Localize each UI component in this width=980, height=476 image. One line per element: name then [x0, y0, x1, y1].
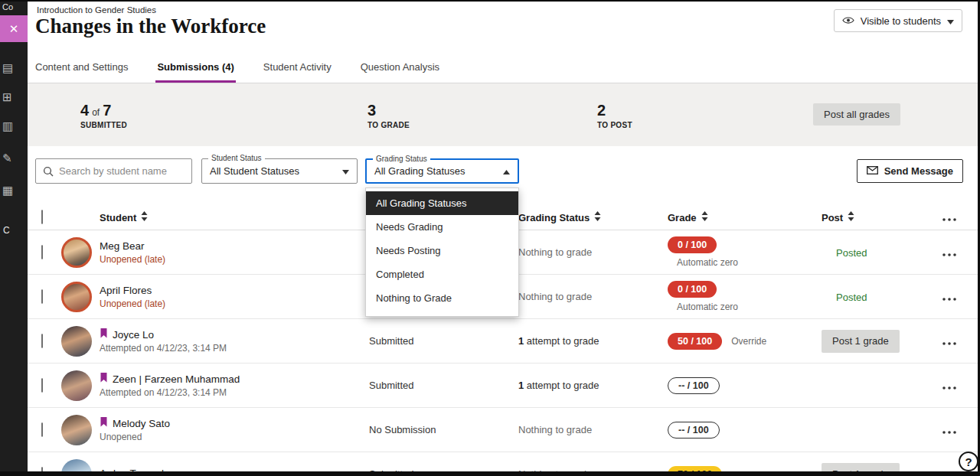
column-header-grading-status[interactable]: Grading Status	[518, 211, 668, 223]
chevron-down-icon	[947, 15, 954, 27]
student-status-label: Student Status	[208, 154, 265, 162]
menu-option-completed[interactable]: Completed	[366, 262, 518, 286]
row-overflow-menu[interactable]	[942, 290, 978, 304]
submitted-label: SUBMITTED	[80, 121, 127, 129]
row-overflow-menu[interactable]	[942, 423, 978, 437]
filter-bar: Student Status All Student Statuses Grad…	[28, 158, 978, 184]
stat-submitted: 4 of 7 SUBMITTED	[80, 102, 127, 129]
select-all-checkbox[interactable]	[41, 210, 43, 224]
student-name[interactable]: April Flores	[100, 285, 152, 296]
sort-icon	[697, 211, 708, 223]
send-message-button[interactable]: Send Message	[857, 159, 963, 183]
avatar[interactable]	[61, 237, 92, 268]
avatar[interactable]	[61, 326, 92, 357]
clipboard-icon[interactable]: ▤	[2, 61, 13, 75]
grade-pill[interactable]: 0 / 100	[668, 236, 717, 253]
close-icon: ✕	[9, 22, 19, 36]
row-checkbox[interactable]	[41, 245, 43, 259]
submission-sublabel: Attempted on 4/12/23, 3:14 PM	[100, 387, 369, 398]
grade-cell: 0 / 100 Automatic zero	[668, 236, 822, 268]
student-status-select[interactable]: Student Status All Student Statuses	[201, 158, 358, 184]
table-row: Arden Tuomala Submitted Nothing to grade…	[28, 452, 978, 471]
submission-sublabel: Unopened (late)	[100, 298, 369, 309]
menu-option-needs-grading[interactable]: Needs Grading	[366, 215, 518, 239]
chevron-up-icon	[503, 165, 510, 177]
student-status-value: All Student Statuses	[210, 165, 299, 177]
column-header-student[interactable]: Student	[100, 211, 369, 223]
tab-question-analysis[interactable]: Question Analysis	[359, 61, 441, 83]
post-all-grades-button[interactable]: Post all grades	[813, 103, 900, 126]
column-header-post[interactable]: Post	[822, 211, 938, 223]
grading-status-text: Nothing to grade	[518, 291, 668, 302]
calculator-icon[interactable]: ⊞	[2, 90, 12, 104]
avatar[interactable]	[61, 370, 92, 401]
student-name[interactable]: Zeen | Farzeen Muhammad	[113, 373, 240, 385]
grade-pill[interactable]: -- / 100	[668, 377, 720, 394]
flag-icon	[100, 373, 108, 385]
column-header-grade[interactable]: Grade	[668, 211, 822, 223]
grade-pill[interactable]: 70 / 100	[668, 466, 722, 472]
left-rail: Co ✕ ▤ ⊞ ▥ ✎ ▦ C	[0, 2, 28, 471]
sort-icon	[590, 211, 601, 223]
pencil-icon[interactable]: ✎	[2, 152, 12, 165]
row-checkbox[interactable]	[41, 467, 43, 472]
tab-submissions[interactable]: Submissions (4)	[155, 61, 235, 83]
table-overflow-menu[interactable]	[942, 210, 978, 224]
submitted-total: 7	[103, 102, 111, 119]
breadcrumb[interactable]: Introduction to Gender Studies	[37, 5, 156, 15]
row-checkbox[interactable]	[41, 289, 43, 304]
grade-note: Automatic zero	[677, 257, 738, 268]
post-grade-button[interactable]: Post 1 grade	[822, 330, 900, 353]
row-checkbox[interactable]	[41, 422, 43, 437]
row-overflow-menu[interactable]	[942, 379, 978, 393]
tab-content-settings[interactable]: Content and Settings	[34, 61, 129, 83]
avatar[interactable]	[61, 282, 92, 312]
grade-note: Automatic zero	[677, 302, 738, 312]
visibility-dropdown[interactable]: Visible to students	[834, 9, 962, 32]
student-name[interactable]: Arden Tuomala	[100, 468, 170, 472]
menu-option-all-grading-statuses[interactable]: All Grading Statuses	[366, 191, 518, 215]
table-row: Joyce Lo Attempted on 4/12/23, 3:14 PM S…	[28, 319, 978, 364]
stat-to-post: 2 TO POST	[597, 102, 632, 129]
grade-cell: 0 / 100 Automatic zero	[668, 281, 822, 312]
grade-note: Override	[731, 336, 766, 347]
page-header: Introduction to Gender Studies Changes i…	[28, 2, 978, 52]
menu-option-needs-posting[interactable]: Needs Posting	[366, 239, 518, 262]
table-row: Zeen | Farzeen Muhammad Attempted on 4/1…	[28, 364, 978, 408]
send-message-label: Send Message	[884, 165, 953, 177]
submission-sublabel: Unopened	[100, 432, 369, 442]
table-row: Melody Sato Unopened No Submission Nothi…	[28, 408, 978, 452]
avatar[interactable]	[61, 415, 92, 445]
submission-sublabel: Unopened (late)	[100, 254, 369, 265]
row-overflow-menu[interactable]	[942, 246, 978, 259]
grading-status-text: Nothing to grade	[518, 468, 668, 471]
to-post-count: 2	[597, 102, 606, 119]
grade-pill[interactable]: 50 / 100	[668, 333, 722, 350]
grade-pill[interactable]: -- / 100	[668, 422, 720, 439]
help-button[interactable]: ?	[959, 452, 978, 471]
search-input[interactable]	[36, 159, 191, 183]
grading-status-text: 1 attempt to grade	[518, 335, 668, 347]
flag-icon	[100, 328, 108, 341]
to-post-label: TO POST	[597, 121, 632, 129]
student-name[interactable]: Melody Sato	[113, 418, 170, 429]
tab-bar: Content and Settings Submissions (4) Stu…	[28, 52, 978, 83]
submission-status: Submitted	[369, 335, 518, 347]
row-overflow-menu[interactable]	[942, 334, 978, 348]
student-name[interactable]: Meg Bear	[100, 240, 145, 252]
document-icon[interactable]: ▦	[2, 184, 13, 197]
tab-student-activity[interactable]: Student Activity	[262, 61, 333, 83]
student-search	[35, 158, 192, 184]
avatar[interactable]	[61, 459, 92, 472]
row-checkbox[interactable]	[41, 334, 43, 348]
row-checkbox[interactable]	[41, 378, 43, 393]
post-grade-button[interactable]: Post 1 grade	[822, 463, 900, 472]
stats-bar: 4 of 7 SUBMITTED 3 TO GRADE 2 TO POST Po…	[28, 83, 978, 146]
book-icon[interactable]: ▥	[2, 119, 13, 133]
grading-status-select[interactable]: Grading Status All Grading Statuses	[365, 158, 519, 184]
grade-pill[interactable]: 0 / 100	[668, 281, 717, 298]
menu-option-nothing-to-grade[interactable]: Nothing to Grade	[366, 286, 518, 310]
page-title: Changes in the Workforce	[35, 15, 266, 38]
close-panel-button[interactable]: ✕	[0, 15, 28, 42]
student-name[interactable]: Joyce Lo	[113, 329, 154, 341]
